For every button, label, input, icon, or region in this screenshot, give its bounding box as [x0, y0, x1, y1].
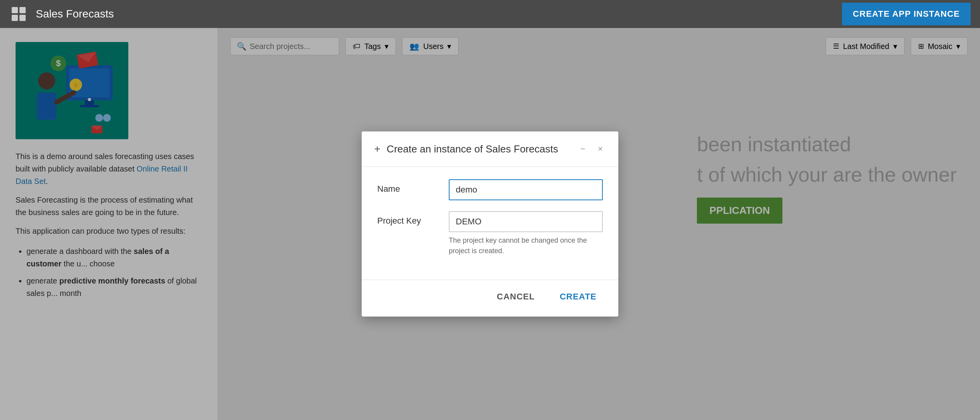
name-input[interactable]	[449, 179, 603, 200]
main-content: $ $ This is a demo aroun	[0, 28, 980, 420]
project-key-hint: The project key cannot be changed once t…	[449, 235, 603, 256]
svg-rect-0	[12, 7, 18, 13]
modal-close-button[interactable]: ×	[595, 142, 606, 156]
modal-plus-icon: +	[374, 143, 380, 155]
project-key-field: The project key cannot be changed once t…	[449, 211, 603, 256]
modal-minimize-button[interactable]: −	[577, 142, 588, 156]
svg-rect-1	[19, 7, 26, 13]
app-icon	[9, 5, 28, 23]
project-key-input[interactable]	[449, 211, 603, 232]
create-button[interactable]: CREATE	[553, 288, 603, 306]
modal-body: Name Project Key The project key cannot …	[362, 167, 618, 280]
project-key-form-row: Project Key The project key cannot be ch…	[377, 211, 603, 256]
modal-controls: − ×	[577, 142, 606, 156]
modal-title: Create an instance of Sales Forecasts	[387, 143, 571, 155]
modal-header: + Create an instance of Sales Forecasts …	[362, 131, 618, 167]
svg-rect-3	[19, 15, 26, 21]
name-label: Name	[377, 179, 439, 194]
create-app-instance-button[interactable]: CREATE APP INSTANCE	[842, 3, 971, 25]
header: Sales Forecasts CREATE APP INSTANCE	[0, 0, 980, 28]
name-field	[449, 179, 603, 200]
cancel-button[interactable]: CANCEL	[491, 288, 541, 306]
name-form-row: Name	[377, 179, 603, 200]
project-key-label: Project Key	[377, 211, 439, 226]
page-title: Sales Forecasts	[36, 8, 842, 20]
modal-footer: CANCEL CREATE	[362, 280, 618, 317]
svg-rect-2	[12, 15, 18, 21]
create-instance-modal: + Create an instance of Sales Forecasts …	[362, 131, 618, 317]
